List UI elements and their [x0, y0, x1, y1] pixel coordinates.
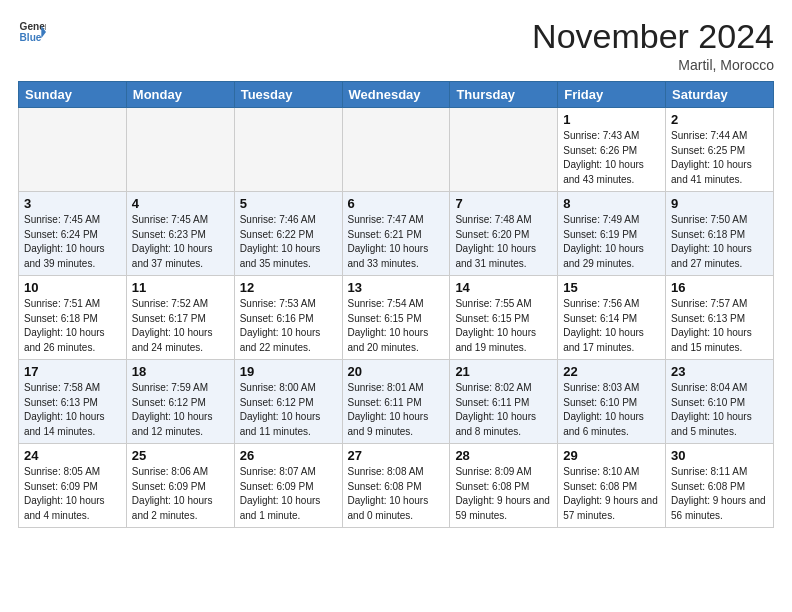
day-info: Sunrise: 7:50 AM Sunset: 6:18 PM Dayligh…	[671, 213, 768, 271]
day-info: Sunrise: 8:02 AM Sunset: 6:11 PM Dayligh…	[455, 381, 552, 439]
calendar-cell: 17Sunrise: 7:58 AM Sunset: 6:13 PM Dayli…	[19, 360, 127, 444]
calendar-week-row: 10Sunrise: 7:51 AM Sunset: 6:18 PM Dayli…	[19, 276, 774, 360]
day-number: 5	[240, 196, 337, 211]
day-number: 11	[132, 280, 229, 295]
day-info: Sunrise: 8:09 AM Sunset: 6:08 PM Dayligh…	[455, 465, 552, 523]
day-info: Sunrise: 8:07 AM Sunset: 6:09 PM Dayligh…	[240, 465, 337, 523]
day-number: 29	[563, 448, 660, 463]
logo: General Blue	[18, 18, 46, 46]
day-number: 17	[24, 364, 121, 379]
day-info: Sunrise: 7:56 AM Sunset: 6:14 PM Dayligh…	[563, 297, 660, 355]
calendar-cell: 9Sunrise: 7:50 AM Sunset: 6:18 PM Daylig…	[666, 192, 774, 276]
weekday-header-friday: Friday	[558, 82, 666, 108]
calendar-cell: 4Sunrise: 7:45 AM Sunset: 6:23 PM Daylig…	[126, 192, 234, 276]
header: General Blue November 2024 Martil, Moroc…	[18, 18, 774, 73]
weekday-header-sunday: Sunday	[19, 82, 127, 108]
calendar-cell: 30Sunrise: 8:11 AM Sunset: 6:08 PM Dayli…	[666, 444, 774, 528]
calendar-cell	[19, 108, 127, 192]
day-number: 4	[132, 196, 229, 211]
day-info: Sunrise: 7:51 AM Sunset: 6:18 PM Dayligh…	[24, 297, 121, 355]
day-info: Sunrise: 8:11 AM Sunset: 6:08 PM Dayligh…	[671, 465, 768, 523]
day-number: 16	[671, 280, 768, 295]
day-number: 20	[348, 364, 445, 379]
day-info: Sunrise: 7:47 AM Sunset: 6:21 PM Dayligh…	[348, 213, 445, 271]
calendar-table: SundayMondayTuesdayWednesdayThursdayFrid…	[18, 81, 774, 528]
day-info: Sunrise: 7:45 AM Sunset: 6:24 PM Dayligh…	[24, 213, 121, 271]
calendar-cell: 18Sunrise: 7:59 AM Sunset: 6:12 PM Dayli…	[126, 360, 234, 444]
logo-icon: General Blue	[18, 18, 46, 46]
calendar-cell	[450, 108, 558, 192]
day-info: Sunrise: 8:08 AM Sunset: 6:08 PM Dayligh…	[348, 465, 445, 523]
weekday-header-monday: Monday	[126, 82, 234, 108]
calendar-cell: 24Sunrise: 8:05 AM Sunset: 6:09 PM Dayli…	[19, 444, 127, 528]
day-info: Sunrise: 8:04 AM Sunset: 6:10 PM Dayligh…	[671, 381, 768, 439]
calendar-cell: 8Sunrise: 7:49 AM Sunset: 6:19 PM Daylig…	[558, 192, 666, 276]
calendar-cell: 7Sunrise: 7:48 AM Sunset: 6:20 PM Daylig…	[450, 192, 558, 276]
day-info: Sunrise: 7:58 AM Sunset: 6:13 PM Dayligh…	[24, 381, 121, 439]
calendar-cell	[342, 108, 450, 192]
day-number: 27	[348, 448, 445, 463]
day-info: Sunrise: 8:06 AM Sunset: 6:09 PM Dayligh…	[132, 465, 229, 523]
day-number: 12	[240, 280, 337, 295]
day-number: 8	[563, 196, 660, 211]
day-number: 7	[455, 196, 552, 211]
calendar-cell: 6Sunrise: 7:47 AM Sunset: 6:21 PM Daylig…	[342, 192, 450, 276]
day-number: 3	[24, 196, 121, 211]
calendar-cell: 22Sunrise: 8:03 AM Sunset: 6:10 PM Dayli…	[558, 360, 666, 444]
day-number: 6	[348, 196, 445, 211]
day-number: 28	[455, 448, 552, 463]
day-number: 25	[132, 448, 229, 463]
calendar-cell: 3Sunrise: 7:45 AM Sunset: 6:24 PM Daylig…	[19, 192, 127, 276]
title-block: November 2024 Martil, Morocco	[532, 18, 774, 73]
day-number: 9	[671, 196, 768, 211]
svg-text:Blue: Blue	[20, 32, 42, 43]
weekday-header-thursday: Thursday	[450, 82, 558, 108]
day-number: 22	[563, 364, 660, 379]
calendar-week-row: 17Sunrise: 7:58 AM Sunset: 6:13 PM Dayli…	[19, 360, 774, 444]
calendar-cell	[234, 108, 342, 192]
calendar-cell: 25Sunrise: 8:06 AM Sunset: 6:09 PM Dayli…	[126, 444, 234, 528]
day-number: 19	[240, 364, 337, 379]
day-info: Sunrise: 7:46 AM Sunset: 6:22 PM Dayligh…	[240, 213, 337, 271]
day-info: Sunrise: 7:49 AM Sunset: 6:19 PM Dayligh…	[563, 213, 660, 271]
day-info: Sunrise: 7:52 AM Sunset: 6:17 PM Dayligh…	[132, 297, 229, 355]
weekday-header-row: SundayMondayTuesdayWednesdayThursdayFrid…	[19, 82, 774, 108]
day-number: 21	[455, 364, 552, 379]
calendar-week-row: 1Sunrise: 7:43 AM Sunset: 6:26 PM Daylig…	[19, 108, 774, 192]
day-number: 13	[348, 280, 445, 295]
calendar-cell: 12Sunrise: 7:53 AM Sunset: 6:16 PM Dayli…	[234, 276, 342, 360]
calendar-cell: 5Sunrise: 7:46 AM Sunset: 6:22 PM Daylig…	[234, 192, 342, 276]
month-title: November 2024	[532, 18, 774, 55]
calendar-cell: 26Sunrise: 8:07 AM Sunset: 6:09 PM Dayli…	[234, 444, 342, 528]
day-number: 14	[455, 280, 552, 295]
day-number: 2	[671, 112, 768, 127]
day-info: Sunrise: 7:44 AM Sunset: 6:25 PM Dayligh…	[671, 129, 768, 187]
weekday-header-wednesday: Wednesday	[342, 82, 450, 108]
calendar-cell: 19Sunrise: 8:00 AM Sunset: 6:12 PM Dayli…	[234, 360, 342, 444]
calendar-cell: 2Sunrise: 7:44 AM Sunset: 6:25 PM Daylig…	[666, 108, 774, 192]
day-info: Sunrise: 8:03 AM Sunset: 6:10 PM Dayligh…	[563, 381, 660, 439]
day-number: 24	[24, 448, 121, 463]
calendar-week-row: 3Sunrise: 7:45 AM Sunset: 6:24 PM Daylig…	[19, 192, 774, 276]
calendar-cell: 23Sunrise: 8:04 AM Sunset: 6:10 PM Dayli…	[666, 360, 774, 444]
calendar-week-row: 24Sunrise: 8:05 AM Sunset: 6:09 PM Dayli…	[19, 444, 774, 528]
day-info: Sunrise: 7:43 AM Sunset: 6:26 PM Dayligh…	[563, 129, 660, 187]
day-info: Sunrise: 7:45 AM Sunset: 6:23 PM Dayligh…	[132, 213, 229, 271]
day-number: 15	[563, 280, 660, 295]
calendar-cell: 16Sunrise: 7:57 AM Sunset: 6:13 PM Dayli…	[666, 276, 774, 360]
day-info: Sunrise: 8:10 AM Sunset: 6:08 PM Dayligh…	[563, 465, 660, 523]
day-number: 10	[24, 280, 121, 295]
calendar-page: General Blue November 2024 Martil, Moroc…	[0, 0, 792, 538]
weekday-header-saturday: Saturday	[666, 82, 774, 108]
calendar-cell: 27Sunrise: 8:08 AM Sunset: 6:08 PM Dayli…	[342, 444, 450, 528]
calendar-cell: 21Sunrise: 8:02 AM Sunset: 6:11 PM Dayli…	[450, 360, 558, 444]
day-info: Sunrise: 8:05 AM Sunset: 6:09 PM Dayligh…	[24, 465, 121, 523]
day-info: Sunrise: 7:57 AM Sunset: 6:13 PM Dayligh…	[671, 297, 768, 355]
day-number: 1	[563, 112, 660, 127]
calendar-cell: 15Sunrise: 7:56 AM Sunset: 6:14 PM Dayli…	[558, 276, 666, 360]
calendar-cell: 29Sunrise: 8:10 AM Sunset: 6:08 PM Dayli…	[558, 444, 666, 528]
day-number: 30	[671, 448, 768, 463]
calendar-cell: 13Sunrise: 7:54 AM Sunset: 6:15 PM Dayli…	[342, 276, 450, 360]
day-info: Sunrise: 7:53 AM Sunset: 6:16 PM Dayligh…	[240, 297, 337, 355]
day-info: Sunrise: 8:00 AM Sunset: 6:12 PM Dayligh…	[240, 381, 337, 439]
